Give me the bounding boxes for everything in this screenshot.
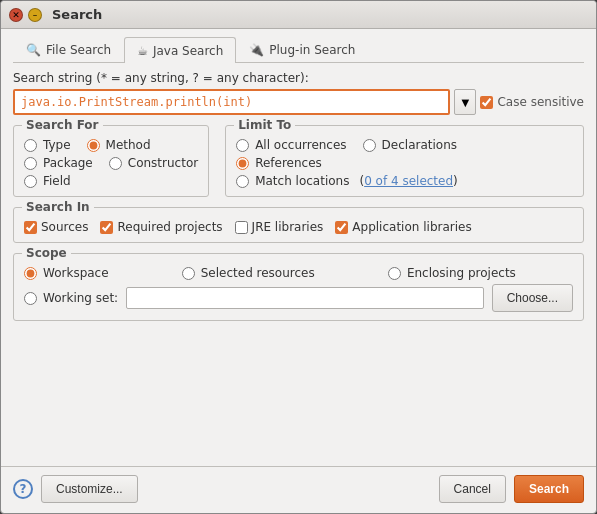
search-in-jre: JRE libraries bbox=[235, 220, 324, 234]
search-for-row1: Type Method bbox=[24, 138, 198, 152]
search-in-box: Search In Sources Required projects JRE … bbox=[13, 207, 584, 243]
required-projects-label: Required projects bbox=[117, 220, 222, 234]
bottom-right: Cancel Search bbox=[439, 475, 584, 503]
search-in-required-projects: Required projects bbox=[100, 220, 222, 234]
limit-to-row1: All occurrences Declarations bbox=[236, 138, 573, 152]
selected-resources-radio[interactable] bbox=[182, 267, 195, 280]
working-set-input[interactable] bbox=[126, 287, 483, 309]
titlebar: ✕ – Search bbox=[1, 1, 596, 29]
limit-to-title: Limit To bbox=[234, 118, 295, 132]
bottom-bar: ? Customize... Cancel Search bbox=[1, 466, 596, 513]
window-controls: ✕ – bbox=[9, 8, 42, 22]
constructor-label: Constructor bbox=[128, 156, 198, 170]
all-occurrences-radio[interactable] bbox=[236, 139, 249, 152]
search-input-row: ▼ Case sensitive bbox=[13, 89, 584, 115]
help-button[interactable]: ? bbox=[13, 479, 33, 499]
scope-working-set: Working set: bbox=[24, 291, 118, 305]
case-sensitive-checkbox[interactable] bbox=[480, 96, 493, 109]
tab-java-search[interactable]: ☕ Java Search bbox=[124, 37, 236, 63]
all-occurrences-label: All occurrences bbox=[255, 138, 346, 152]
declarations-label: Declarations bbox=[382, 138, 457, 152]
match-locations-link[interactable]: 0 of 4 selected bbox=[364, 174, 453, 188]
working-set-label: Working set: bbox=[43, 291, 118, 305]
package-radio[interactable] bbox=[24, 157, 37, 170]
jre-libraries-label: JRE libraries bbox=[252, 220, 324, 234]
search-for-options: Type Method Package bbox=[24, 138, 198, 188]
jre-libraries-checkbox[interactable] bbox=[235, 221, 248, 234]
limit-all-occurrences: All occurrences bbox=[236, 138, 346, 152]
package-label: Package bbox=[43, 156, 93, 170]
file-search-icon: 🔍 bbox=[26, 43, 41, 57]
search-for-limit-to-section: Search For Type Method bbox=[13, 125, 584, 197]
minimize-button[interactable]: – bbox=[28, 8, 42, 22]
tab-bar: 🔍 File Search ☕ Java Search 🔌 Plug-in Se… bbox=[13, 37, 584, 63]
constructor-radio[interactable] bbox=[109, 157, 122, 170]
sources-label: Sources bbox=[41, 220, 88, 234]
scope-enclosing-projects: Enclosing projects bbox=[388, 266, 573, 280]
search-for-row2: Package Constructor bbox=[24, 156, 198, 170]
type-radio[interactable] bbox=[24, 139, 37, 152]
app-libraries-label: Application libraries bbox=[352, 220, 471, 234]
window-title: Search bbox=[52, 7, 102, 22]
declarations-radio[interactable] bbox=[363, 139, 376, 152]
working-set-radio[interactable] bbox=[24, 292, 37, 305]
scope-selected-resources: Selected resources bbox=[182, 266, 372, 280]
dialog-content: 🔍 File Search ☕ Java Search 🔌 Plug-in Se… bbox=[1, 29, 596, 466]
search-input[interactable] bbox=[13, 89, 450, 115]
limit-references: References bbox=[236, 156, 573, 170]
limit-to-box: Limit To All occurrences Declarations bbox=[225, 125, 584, 197]
working-set-row: Working set: Choose... bbox=[24, 284, 573, 312]
workspace-radio[interactable] bbox=[24, 267, 37, 280]
tab-plugin-search[interactable]: 🔌 Plug-in Search bbox=[236, 37, 368, 62]
case-sensitive-option: Case sensitive bbox=[480, 95, 584, 109]
scope-workspace: Workspace bbox=[24, 266, 166, 280]
enclosing-projects-radio[interactable] bbox=[388, 267, 401, 280]
search-in-app-libraries: Application libraries bbox=[335, 220, 471, 234]
sources-checkbox[interactable] bbox=[24, 221, 37, 234]
bottom-left: ? Customize... bbox=[13, 475, 138, 503]
search-for-title: Search For bbox=[22, 118, 103, 132]
limit-match-locations: Match locations (0 of 4 selected) bbox=[236, 174, 573, 188]
search-for-package: Package bbox=[24, 156, 93, 170]
customize-button[interactable]: Customize... bbox=[41, 475, 138, 503]
main-window: ✕ – Search 🔍 File Search ☕ Java Search 🔌… bbox=[0, 0, 597, 514]
dropdown-arrow-icon: ▼ bbox=[462, 97, 470, 108]
close-button[interactable]: ✕ bbox=[9, 8, 23, 22]
required-projects-checkbox[interactable] bbox=[100, 221, 113, 234]
limit-declarations: Declarations bbox=[363, 138, 457, 152]
search-in-title: Search In bbox=[22, 200, 94, 214]
search-for-type: Type bbox=[24, 138, 71, 152]
java-search-icon: ☕ bbox=[137, 44, 148, 58]
method-radio[interactable] bbox=[87, 139, 100, 152]
search-for-field: Field bbox=[24, 174, 198, 188]
field-label: Field bbox=[43, 174, 71, 188]
search-dropdown-button[interactable]: ▼ bbox=[454, 89, 476, 115]
enclosing-projects-label: Enclosing projects bbox=[407, 266, 516, 280]
match-locations-label: Match locations bbox=[255, 174, 349, 188]
search-string-label: Search string (* = any string, ? = any c… bbox=[13, 71, 584, 85]
search-for-constructor: Constructor bbox=[109, 156, 198, 170]
type-label: Type bbox=[43, 138, 71, 152]
scope-box: Scope Workspace Selected resources Enclo… bbox=[13, 253, 584, 321]
search-for-box: Search For Type Method bbox=[13, 125, 209, 197]
selected-resources-label: Selected resources bbox=[201, 266, 315, 280]
workspace-label: Workspace bbox=[43, 266, 109, 280]
field-radio[interactable] bbox=[24, 175, 37, 188]
limit-to-options: All occurrences Declarations References bbox=[236, 138, 573, 188]
method-label: Method bbox=[106, 138, 151, 152]
search-in-options: Sources Required projects JRE libraries … bbox=[24, 220, 573, 234]
search-for-method: Method bbox=[87, 138, 151, 152]
references-label: References bbox=[255, 156, 322, 170]
scope-options: Workspace Selected resources Enclosing p… bbox=[24, 266, 573, 280]
search-button[interactable]: Search bbox=[514, 475, 584, 503]
tab-file-search[interactable]: 🔍 File Search bbox=[13, 37, 124, 62]
plugin-search-icon: 🔌 bbox=[249, 43, 264, 57]
search-in-sources: Sources bbox=[24, 220, 88, 234]
choose-button[interactable]: Choose... bbox=[492, 284, 573, 312]
scope-title: Scope bbox=[22, 246, 71, 260]
match-locations-radio[interactable] bbox=[236, 175, 249, 188]
app-libraries-checkbox[interactable] bbox=[335, 221, 348, 234]
references-radio[interactable] bbox=[236, 157, 249, 170]
cancel-button[interactable]: Cancel bbox=[439, 475, 506, 503]
case-sensitive-label: Case sensitive bbox=[497, 95, 584, 109]
